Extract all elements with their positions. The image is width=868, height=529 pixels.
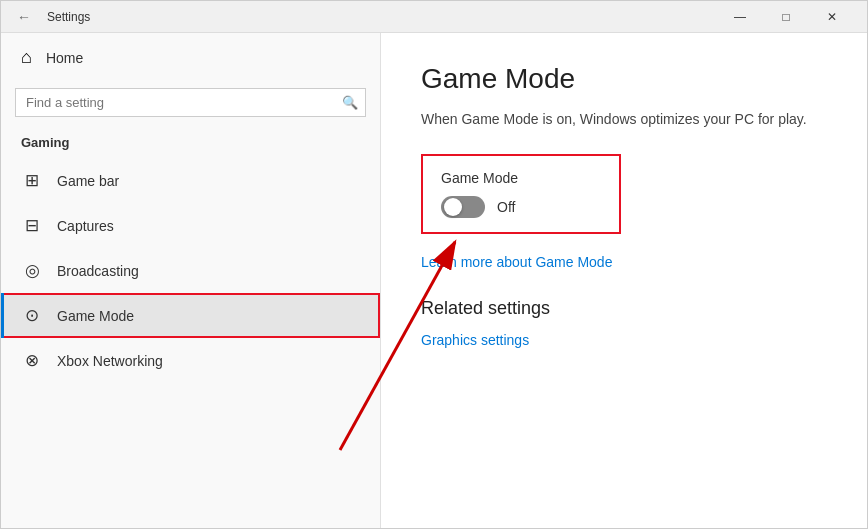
titlebar-controls: — □ ✕ [717, 1, 855, 33]
game-mode-setting-box: Game Mode Off [421, 154, 621, 234]
sidebar-item-game-mode[interactable]: ⊙ Game Mode [1, 293, 380, 338]
sidebar-item-captures[interactable]: ⊟ Captures [1, 203, 380, 248]
game-mode-toggle[interactable] [441, 196, 485, 218]
game-mode-icon: ⊙ [21, 305, 43, 326]
content-area: ⌂ Home 🔍 Gaming ⊞ Game bar ⊟ Captures [1, 33, 867, 528]
xbox-networking-label: Xbox Networking [57, 353, 163, 369]
toggle-knob [444, 198, 462, 216]
section-label: Gaming [1, 129, 380, 158]
game-bar-label: Game bar [57, 173, 119, 189]
sidebar-item-home[interactable]: ⌂ Home [1, 33, 380, 82]
home-icon: ⌂ [21, 47, 32, 68]
page-description: When Game Mode is on, Windows optimizes … [421, 109, 827, 130]
xbox-networking-icon: ⊗ [21, 350, 43, 371]
back-button[interactable]: ← [13, 7, 35, 27]
titlebar-left: ← Settings [13, 7, 90, 27]
page-title: Game Mode [421, 63, 827, 95]
search-box: 🔍 [15, 88, 366, 117]
toggle-row: Off [441, 196, 601, 218]
broadcasting-icon: ◎ [21, 260, 43, 281]
broadcasting-label: Broadcasting [57, 263, 139, 279]
learn-more-link[interactable]: Learn more about Game Mode [421, 254, 827, 270]
game-bar-icon: ⊞ [21, 170, 43, 191]
settings-window: ← Settings — □ ✕ ⌂ Home 🔍 Gam [0, 0, 868, 529]
sidebar: ⌂ Home 🔍 Gaming ⊞ Game bar ⊟ Captures [1, 33, 381, 528]
close-button[interactable]: ✕ [809, 1, 855, 33]
graphics-settings-link[interactable]: Graphics settings [421, 332, 529, 348]
captures-icon: ⊟ [21, 215, 43, 236]
game-mode-label: Game Mode [57, 308, 134, 324]
maximize-button[interactable]: □ [763, 1, 809, 33]
search-input[interactable] [15, 88, 366, 117]
titlebar: ← Settings — □ ✕ [1, 1, 867, 33]
home-label: Home [46, 50, 83, 66]
sidebar-item-game-bar[interactable]: ⊞ Game bar [1, 158, 380, 203]
toggle-label: Off [497, 199, 515, 215]
captures-label: Captures [57, 218, 114, 234]
game-mode-box-label: Game Mode [441, 170, 601, 186]
minimize-button[interactable]: — [717, 1, 763, 33]
sidebar-item-broadcasting[interactable]: ◎ Broadcasting [1, 248, 380, 293]
search-icon: 🔍 [342, 95, 358, 110]
window-title: Settings [47, 10, 90, 24]
related-settings-title: Related settings [421, 298, 827, 319]
sidebar-item-xbox-networking[interactable]: ⊗ Xbox Networking [1, 338, 380, 383]
main-content: Game Mode When Game Mode is on, Windows … [381, 33, 867, 528]
active-indicator [1, 293, 4, 338]
